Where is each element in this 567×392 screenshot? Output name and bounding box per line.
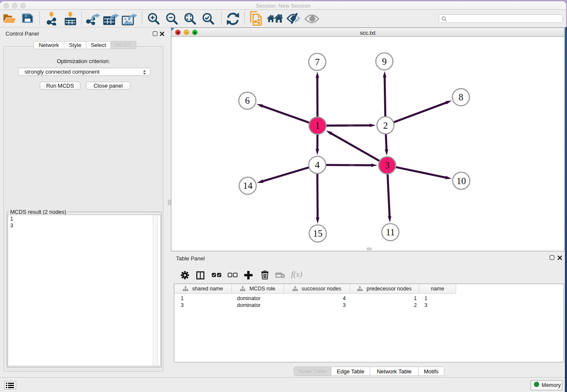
svg-text:3: 3 [385, 160, 389, 171]
svg-text:11: 11 [386, 227, 395, 237]
svg-text:6: 6 [245, 95, 250, 106]
svg-text:8: 8 [459, 92, 463, 102]
svg-text:1: 1 [315, 120, 320, 131]
svg-text:4: 4 [315, 160, 319, 170]
svg-text:2: 2 [383, 120, 388, 131]
svg-text:15: 15 [313, 228, 323, 239]
svg-text:9: 9 [382, 56, 387, 67]
svg-text:10: 10 [457, 176, 466, 186]
svg-text:14: 14 [243, 180, 253, 191]
svg-text:7: 7 [315, 57, 319, 67]
